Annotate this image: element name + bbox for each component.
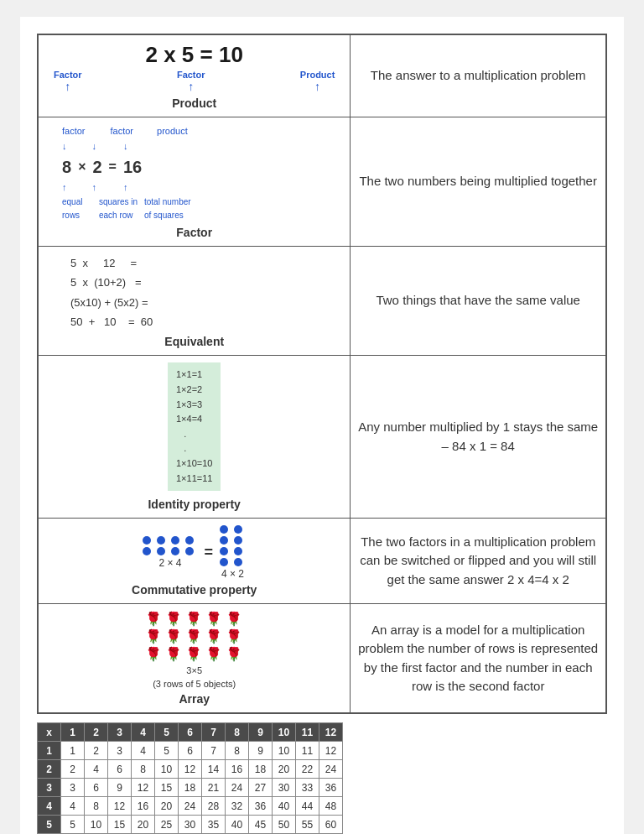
equiv-line3: (5x10) + (5x2) = — [70, 293, 343, 312]
mult-cell: 35 — [202, 816, 226, 834]
product-label: Product — [45, 96, 343, 110]
equiv-line2: 5 x (10+2) = — [70, 273, 343, 292]
identity-diagram: 1×1=1 1×2=2 1×3=3 1×4=4 . . 1×10=10 1×11… — [168, 362, 221, 491]
commutative-diagram: 2 × 4 = 4 × 2 — [45, 525, 343, 580]
mult-cell: 3 — [38, 779, 61, 797]
mult-cell: 22 — [296, 760, 319, 779]
mult-cell: 5 — [38, 816, 61, 834]
mult-cell: 12 — [108, 797, 132, 816]
mult-cell: 20 — [273, 760, 296, 779]
array-size: 3×5 — [45, 665, 343, 675]
factor-num3: 16 — [123, 154, 142, 180]
equiv-diagram: 5 x 12 = 5 x (10+2) = (5x10) + (5x2) = 5… — [45, 253, 343, 332]
mult-header-7: 7 — [202, 723, 226, 742]
mult-table-wrapper: x123456789101112112345678910111222468101… — [37, 722, 607, 834]
roses-grid: 🌹🌹🌹🌹🌹 🌹🌹🌹🌹🌹 🌹🌹🌹🌹🌹 — [144, 611, 245, 662]
mult-header-10: 10 — [273, 723, 296, 742]
mult-cell: 44 — [296, 797, 319, 816]
table-row: factor factor product ↓↓↓ 8 × 2 = 16 — [38, 117, 606, 247]
mult-cell: 6 — [108, 760, 132, 779]
mult-cell: 8 — [85, 797, 108, 816]
mult-row-4: 44812162024283236404448 — [38, 797, 343, 816]
factor-times: × — [78, 156, 86, 178]
mult-row-2: 224681012141618202224 — [38, 760, 343, 779]
table-row: 1×1=1 1×2=2 1×3=3 1×4=4 . . 1×10=10 1×11… — [38, 356, 606, 519]
identity-label: Identity property — [45, 498, 343, 511]
factor-diagram: factor factor product ↓↓↓ 8 × 2 = 16 — [45, 124, 343, 222]
mult-cell: 24 — [179, 797, 202, 816]
page: 2 x 5 = 10 Factor ↑ Factor ↑ Product ↑ — [20, 17, 624, 834]
mult-cell: 16 — [132, 797, 155, 816]
table-row: 2 × 4 = 4 × 2 Commutative property — [38, 519, 606, 604]
factor-left-cell: factor factor product ↓↓↓ 8 × 2 = 16 — [38, 117, 351, 247]
mult-header-3: 3 — [108, 723, 132, 742]
mult-cell: 33 — [296, 779, 319, 797]
factor-num1: 8 — [62, 154, 71, 180]
mult-cell: 12 — [179, 760, 202, 779]
mult-cell: 1 — [38, 742, 61, 760]
factor-sub1: factor — [62, 124, 86, 139]
mult-cell: 2 — [38, 760, 61, 779]
table-row: 2 x 5 = 10 Factor ↑ Factor ↑ Product ↑ — [38, 34, 606, 117]
mult-cell: 11 — [296, 742, 319, 760]
mult-header-4: 4 — [132, 723, 155, 742]
mult-cell: 14 — [202, 760, 226, 779]
mult-cell: 4 — [38, 797, 61, 816]
mult-cell: 18 — [179, 779, 202, 797]
factor-num2: 2 — [92, 154, 101, 180]
commutative-label: Commutative property — [45, 583, 343, 597]
equiv-line1: 5 x 12 = — [70, 253, 343, 273]
mult-cell: 20 — [155, 797, 179, 816]
mult-cell: 9 — [108, 779, 132, 797]
mult-cell: 4 — [85, 760, 108, 779]
mult-cell: 28 — [202, 797, 226, 816]
mult-cell: 40 — [226, 816, 249, 834]
mult-cell: 25 — [155, 816, 179, 834]
equiv-line4: 50 + 10 = 60 — [70, 312, 343, 331]
mult-cell: 50 — [273, 816, 296, 834]
mult-cell: 48 — [319, 797, 343, 816]
mult-header-5: 5 — [155, 723, 179, 742]
commutative-right-cell: The two factors in a multiplication prob… — [351, 519, 606, 604]
mult-cell: 12 — [319, 742, 343, 760]
mult-cell: 10 — [155, 760, 179, 779]
array-right-cell: An array is a model for a multiplication… — [351, 604, 606, 714]
mult-cell: 6 — [179, 742, 202, 760]
right-eq-label: 4 × 2 — [220, 568, 246, 580]
identity-right-cell: Any number multiplied by 1 stays the sam… — [351, 356, 606, 519]
mult-cell: 30 — [273, 779, 296, 797]
mult-cell: 20 — [132, 816, 155, 834]
product-right-cell: The answer to a multiplication problem — [351, 34, 606, 117]
identity-left-cell: 1×1=1 1×2=2 1×3=3 1×4=4 . . 1×10=10 1×11… — [38, 356, 351, 519]
equals-icon: = — [204, 544, 213, 561]
factor-right-cell: The two numbers being multiplied togethe… — [351, 117, 606, 247]
table-row: 🌹🌹🌹🌹🌹 🌹🌹🌹🌹🌹 🌹🌹🌹🌹🌹 3×5 (3 rows of 5 objec… — [38, 604, 606, 714]
mult-cell: 3 — [108, 742, 132, 760]
product-equation: 2 x 5 = 10 — [45, 42, 343, 68]
product-left-cell: 2 x 5 = 10 Factor ↑ Factor ↑ Product ↑ — [38, 34, 351, 117]
product-arrows: Factor ↑ Factor ↑ Product ↑ — [45, 70, 343, 93]
mult-cell: 60 — [319, 816, 343, 834]
mult-cell: 21 — [202, 779, 226, 797]
array-left-cell: 🌹🌹🌹🌹🌹 🌹🌹🌹🌹🌹 🌹🌹🌹🌹🌹 3×5 (3 rows of 5 objec… — [38, 604, 351, 714]
mult-row-3: 3369121518212427303336 — [38, 779, 343, 797]
mult-header-x: x — [38, 723, 61, 742]
factor-equals: = — [109, 156, 117, 178]
mult-cell: 16 — [226, 760, 249, 779]
mult-cell: 9 — [249, 742, 273, 760]
mult-row-5: 551015202530354045505560 — [38, 816, 343, 834]
multiplication-table: x123456789101112112345678910111222468101… — [37, 722, 343, 834]
arrow-product: Product ↑ — [300, 70, 335, 93]
mult-cell: 8 — [132, 760, 155, 779]
mult-header-12: 12 — [319, 723, 343, 742]
mult-cell: 45 — [249, 816, 273, 834]
mult-cell: 15 — [155, 779, 179, 797]
mult-cell: 27 — [249, 779, 273, 797]
mult-cell: 5 — [155, 742, 179, 760]
array-diagram: 🌹🌹🌹🌹🌹 🌹🌹🌹🌹🌹 🌹🌹🌹🌹🌹 3×5 (3 rows of 5 objec… — [45, 611, 343, 689]
mult-header-8: 8 — [226, 723, 249, 742]
mult-header-9: 9 — [249, 723, 273, 742]
mult-header-2: 2 — [85, 723, 108, 742]
mult-cell: 55 — [296, 816, 319, 834]
equiv-label: Equivalent — [45, 335, 343, 348]
